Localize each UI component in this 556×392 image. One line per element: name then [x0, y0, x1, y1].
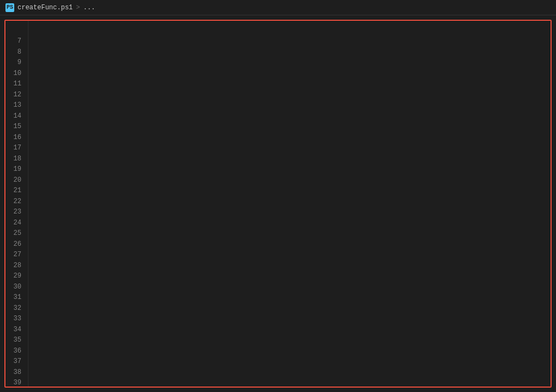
code-line [37, 25, 551, 36]
path-separator: > [76, 4, 80, 11]
code-container[interactable]: 7 8 9 10 11 12 13 14 15 16 17 18 19 20 2… [4, 20, 552, 388]
filename-label: createFunc.ps1 [18, 4, 73, 11]
line-numbers: 7 8 9 10 11 12 13 14 15 16 17 18 19 20 2… [5, 21, 28, 387]
app-icon: PS [5, 3, 14, 12]
path-label: ... [83, 4, 95, 11]
code-editor[interactable] [28, 21, 551, 387]
editor-area: 7 8 9 10 11 12 13 14 15 16 17 18 19 20 2… [0, 15, 556, 392]
